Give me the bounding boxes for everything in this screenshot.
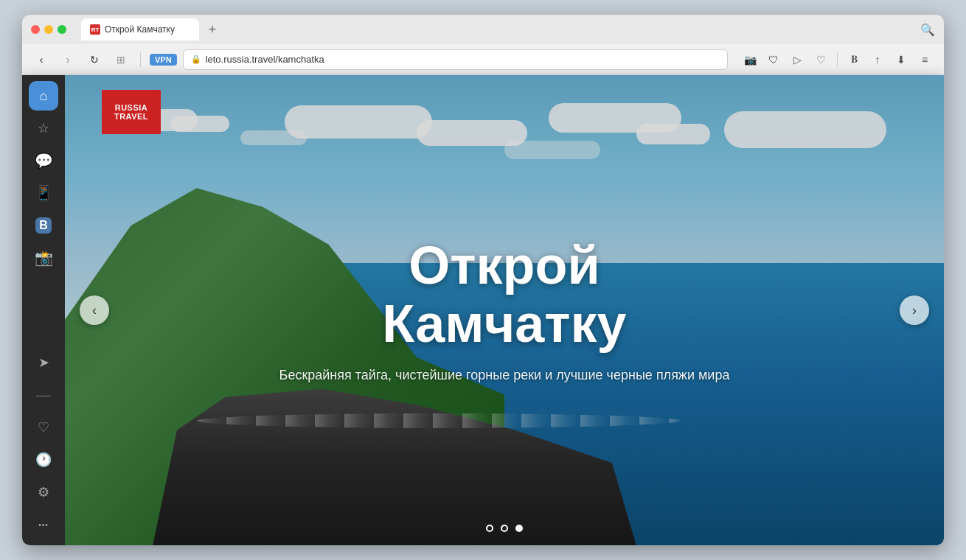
sidebar-item-more[interactable]: ••• [29,510,58,539]
url-text: leto.russia.travel/kamchatka [206,54,324,65]
sidebar-item-bookmarks[interactable]: ☆ [29,113,58,143]
sidebar-item-send[interactable]: ➤ [29,348,58,377]
bookmark-icon[interactable]: 𝐁 [844,49,864,70]
dot-2[interactable] [501,525,508,532]
traffic-lights [31,25,66,34]
new-tab-button[interactable]: + [202,19,223,40]
shield-icon[interactable]: 🛡 [763,49,784,70]
logo[interactable]: RUSSIA TRAVEL [102,90,161,134]
tab-favicon: RT [90,24,100,35]
home-icon: ⌂ [40,88,48,104]
lock-icon: 🔒 [191,55,201,64]
star-icon: ☆ [38,120,49,136]
active-tab[interactable]: RT Открой Камчатку [81,18,199,41]
sidebar: ⌂ ☆ 💬 📱 В 📸 ➤ — [22,75,65,545]
sidebar-item-messenger[interactable]: 💬 [29,146,58,175]
title-bar: RT Открой Камчатку + 🔍 [22,15,944,44]
sidebar-item-history[interactable]: 🕐 [29,445,58,475]
sidebar-item-whatsapp[interactable]: 📱 [29,178,58,208]
logo-text-line2: TRAVEL [114,112,148,121]
address-bar[interactable]: 🔒 leto.russia.travel/kamchatka [183,49,728,70]
next-arrow[interactable]: › [900,295,929,325]
sidebar-item-favorites[interactable]: ♡ [29,413,58,442]
menu-icon[interactable]: ≡ [914,49,935,70]
close-button[interactable] [31,25,40,34]
hero-subtitle: Бескрайняя тайга, чистейшие горные реки … [246,368,762,384]
sidebar-bottom: ➤ — ♡ 🕐 ⚙ ••• [29,348,58,539]
back-button[interactable]: ‹ [31,49,52,70]
browser-content: ⌂ ☆ 💬 📱 В 📸 ➤ — [22,75,944,545]
forward-button[interactable]: › [58,49,78,70]
messenger-icon: 💬 [35,152,53,169]
vk-icon: В [35,217,52,234]
whatsapp-icon: 📱 [35,184,53,202]
download-icon[interactable]: ⬇ [891,49,911,70]
nav-actions: 📷 🛡 ▷ ♡ 𝐁 ↑ ⬇ ≡ [740,49,935,70]
more-icon: ••• [38,521,49,529]
share-icon[interactable]: ↑ [867,49,888,70]
sidebar-item-separator: — [29,380,58,410]
prev-arrow[interactable]: ‹ [80,295,109,325]
heart-icon[interactable]: ♡ [810,49,831,70]
hero-title-line2: Камчатку [382,295,626,354]
hero-title-line1: Открой [409,236,600,295]
nav-divider-1 [140,52,141,67]
maximize-button[interactable] [58,25,66,34]
browser-window: RT Открой Камчатку + 🔍 ‹ › ↻ ⊞ VPN 🔒 let… [22,15,944,545]
send-icon: ➤ [38,354,49,371]
sidebar-item-settings[interactable]: ⚙ [29,477,58,507]
clock-icon: 🕐 [35,452,52,468]
grid-button[interactable]: ⊞ [111,49,131,70]
hero-content: Открой Камчатку Бескрайняя тайга, чистей… [246,237,762,383]
nav-bar: ‹ › ↻ ⊞ VPN 🔒 leto.russia.travel/kamchat… [22,44,944,75]
logo-text-line1: RUSSIA [115,103,148,112]
camera-icon[interactable]: 📷 [740,49,760,70]
reload-button[interactable]: ↻ [84,49,105,70]
instagram-icon: 📸 [35,249,53,267]
tab-bar: RT Открой Камчатку + [81,18,914,41]
play-icon[interactable]: ▷ [787,49,807,70]
sidebar-item-instagram[interactable]: 📸 [29,243,58,273]
vpn-button[interactable]: VPN [150,54,177,66]
heart-sidebar-icon: ♡ [38,419,49,435]
dot-3[interactable] [515,525,523,532]
title-search-icon[interactable]: 🔍 [920,23,935,37]
minimize-button[interactable] [44,25,53,34]
nav-divider-2 [837,52,838,67]
dot-1[interactable] [486,525,493,532]
sidebar-item-home[interactable]: ⌂ [29,81,58,111]
gear-icon: ⚙ [38,484,49,500]
slide-dots [486,525,523,532]
hero-title: Открой Камчатку [246,237,762,353]
webpage: RUSSIA TRAVEL Открой Камчатку Бескрайняя… [65,75,944,545]
tab-title: Открой Камчатку [105,24,175,35]
sidebar-item-vk[interactable]: В [29,211,58,240]
